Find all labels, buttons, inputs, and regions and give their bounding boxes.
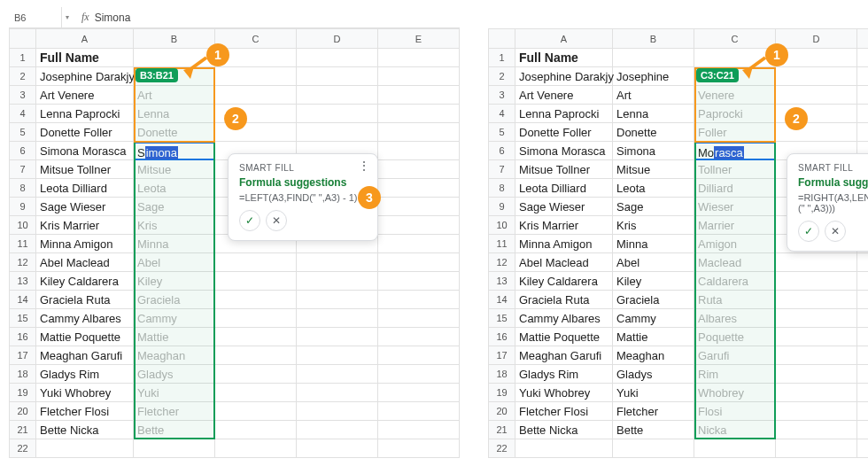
- cell[interactable]: Gladys Rim: [36, 365, 134, 384]
- column-header-B[interactable]: B: [613, 29, 694, 49]
- row-header[interactable]: 17: [10, 346, 36, 365]
- popup-more-icon[interactable]: ⋮: [358, 161, 370, 170]
- row-header[interactable]: 11: [10, 235, 36, 253]
- row-header[interactable]: 21: [10, 421, 36, 439]
- column-header-A[interactable]: A: [36, 29, 134, 49]
- row-header[interactable]: 5: [489, 123, 515, 142]
- cell[interactable]: Graciela: [134, 291, 215, 309]
- cell[interactable]: Amigon: [694, 235, 776, 253]
- cell[interactable]: [857, 309, 868, 328]
- reject-button[interactable]: ✕: [825, 221, 846, 242]
- cell[interactable]: Flosi: [694, 402, 776, 421]
- cell[interactable]: Art Venere: [515, 86, 613, 105]
- cell[interactable]: Sage: [134, 198, 215, 216]
- row-header[interactable]: 4: [489, 105, 515, 123]
- cell[interactable]: [776, 67, 857, 86]
- cell[interactable]: Donette Foller: [515, 123, 613, 142]
- column-header-D[interactable]: D: [297, 29, 378, 49]
- row-header[interactable]: 16: [10, 328, 36, 346]
- cell[interactable]: [378, 346, 460, 365]
- cell[interactable]: Poquette: [694, 328, 776, 346]
- cell[interactable]: Mattie Poquette: [515, 328, 613, 346]
- cell[interactable]: [378, 67, 460, 86]
- cell[interactable]: [378, 86, 460, 105]
- column-header-E[interactable]: E: [857, 29, 868, 49]
- row-header[interactable]: 16: [489, 328, 515, 346]
- cell[interactable]: [776, 328, 857, 346]
- cell[interactable]: Kiley: [134, 272, 215, 291]
- cell[interactable]: [378, 272, 460, 291]
- spreadsheet-grid-left[interactable]: A B C D E 1Full Name2Josephine Darakjyin…: [9, 28, 460, 458]
- cell[interactable]: [378, 291, 460, 309]
- cell[interactable]: [857, 253, 868, 272]
- row-header[interactable]: 18: [489, 365, 515, 384]
- cell[interactable]: [297, 49, 378, 67]
- row-header[interactable]: 2: [489, 67, 515, 86]
- cell[interactable]: Leota: [613, 179, 694, 198]
- cell[interactable]: Art: [613, 86, 694, 105]
- row-header[interactable]: 14: [489, 291, 515, 309]
- cell[interactable]: Graciela Ruta: [515, 291, 613, 309]
- cell[interactable]: Josephine Darakjy: [515, 67, 613, 86]
- cell[interactable]: Gladys Rim: [515, 365, 613, 384]
- cell[interactable]: [215, 402, 297, 421]
- cell[interactable]: Fletcher Flosi: [515, 402, 613, 421]
- row-header[interactable]: 7: [489, 160, 515, 179]
- cell[interactable]: Josephine: [613, 67, 694, 86]
- cell[interactable]: [776, 309, 857, 328]
- cell[interactable]: Venere: [694, 86, 776, 105]
- row-header[interactable]: 17: [489, 346, 515, 365]
- cell[interactable]: Sage Wieser: [36, 198, 134, 216]
- cell[interactable]: Albares: [694, 309, 776, 328]
- cell[interactable]: [857, 402, 868, 421]
- cell[interactable]: [297, 67, 378, 86]
- cell[interactable]: [297, 86, 378, 105]
- cell[interactable]: [215, 384, 297, 402]
- cell[interactable]: Rim: [694, 365, 776, 384]
- cell[interactable]: [857, 421, 868, 439]
- cell[interactable]: Fletcher: [134, 402, 215, 421]
- cell[interactable]: Gladys: [613, 365, 694, 384]
- cell[interactable]: [776, 272, 857, 291]
- cell[interactable]: [215, 309, 297, 328]
- cell[interactable]: [378, 328, 460, 346]
- cell[interactable]: Graciela: [613, 291, 694, 309]
- cell[interactable]: [378, 198, 460, 216]
- cell[interactable]: Cammy: [613, 309, 694, 328]
- cell[interactable]: Nicka: [694, 421, 776, 439]
- reject-button[interactable]: ✕: [266, 210, 287, 231]
- cell[interactable]: Graciela Ruta: [36, 291, 134, 309]
- cell[interactable]: Bette Nicka: [515, 421, 613, 439]
- row-header[interactable]: 13: [10, 272, 36, 291]
- cell[interactable]: [694, 439, 776, 458]
- cell[interactable]: [297, 384, 378, 402]
- cell[interactable]: [857, 67, 868, 86]
- row-header[interactable]: 19: [10, 384, 36, 402]
- row-header[interactable]: 14: [10, 291, 36, 309]
- select-all-corner[interactable]: [10, 29, 36, 49]
- cell[interactable]: Abel: [613, 253, 694, 272]
- cell[interactable]: Simona Morasca: [36, 142, 134, 160]
- cell[interactable]: Kris Marrier: [36, 216, 134, 235]
- cell[interactable]: Josephine Darakjy: [36, 67, 134, 86]
- cell[interactable]: Art: [134, 86, 215, 105]
- cell[interactable]: Cammy: [134, 309, 215, 328]
- cell[interactable]: [297, 439, 378, 458]
- row-header[interactable]: 8: [489, 179, 515, 198]
- row-header[interactable]: 5: [10, 123, 36, 142]
- cell[interactable]: [215, 272, 297, 291]
- row-header[interactable]: 13: [489, 272, 515, 291]
- cell[interactable]: Minna Amigon: [515, 235, 613, 253]
- cell[interactable]: Ruta: [694, 291, 776, 309]
- cell[interactable]: Garufi: [694, 346, 776, 365]
- cell[interactable]: [515, 439, 613, 458]
- cell[interactable]: Tollner: [694, 160, 776, 179]
- cell[interactable]: [297, 309, 378, 328]
- row-header[interactable]: 6: [10, 142, 36, 160]
- cell[interactable]: Lenna Paprocki: [515, 105, 613, 123]
- cell[interactable]: Meaghan Garufi: [515, 346, 613, 365]
- cell[interactable]: [215, 421, 297, 439]
- cell[interactable]: Abel Maclead: [515, 253, 613, 272]
- cell[interactable]: [378, 105, 460, 123]
- cell[interactable]: [378, 142, 460, 160]
